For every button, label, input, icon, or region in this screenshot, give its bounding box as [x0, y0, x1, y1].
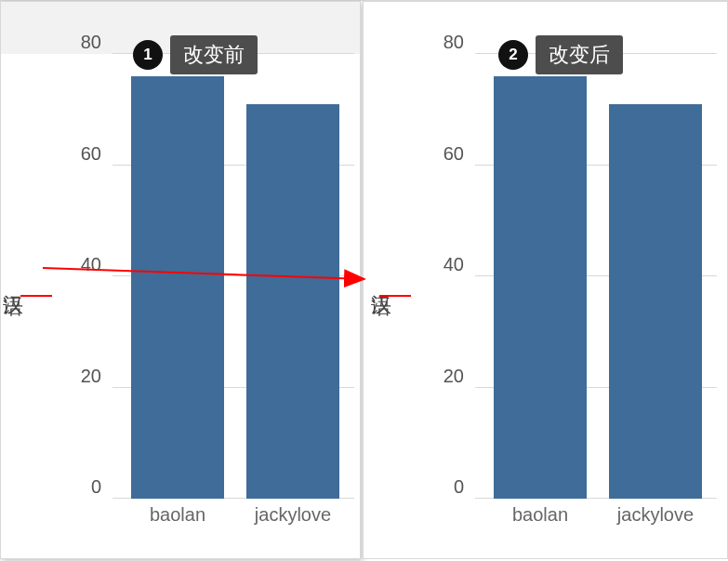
bars	[475, 54, 717, 499]
annotation-badge-after: 2 改变后	[498, 35, 623, 74]
bar-baolan	[131, 76, 224, 499]
bar-jackylove	[609, 104, 702, 499]
badge-number-icon: 1	[133, 40, 163, 70]
y-tick: 0	[91, 476, 101, 498]
red-underline-mark	[20, 295, 52, 297]
chart-panel-before: 汉语 0 20 40 60 80 baolan jackylove	[0, 1, 361, 559]
chart-area-right: 汉语 0 20 40 60 80 baolan jackylove	[364, 2, 727, 558]
y-tick: 40	[443, 254, 464, 275]
y-tick: 40	[81, 254, 101, 275]
y-tick: 80	[443, 32, 464, 53]
y-axis-label-left: 汉语	[0, 278, 27, 282]
badge-number-icon: 2	[498, 40, 528, 70]
y-tick: 60	[443, 142, 464, 164]
y-axis-label-right: 汉语	[367, 278, 395, 282]
bar-jackylove	[246, 104, 339, 499]
chart-area-left: 汉语 0 20 40 60 80 baolan jackylove	[1, 2, 360, 558]
chart-panel-after: 汉语 0 20 40 60 80 baolan jackylove	[363, 1, 728, 559]
x-labels: baolan jackylove	[475, 504, 717, 526]
x-label: baolan	[494, 504, 587, 526]
x-label: baolan	[131, 504, 224, 526]
x-label: jackylove	[609, 504, 702, 526]
y-tick: 20	[443, 365, 464, 386]
y-tick: 60	[81, 142, 101, 164]
badge-label: 改变前	[170, 35, 258, 74]
chart-comparison-container: 汉语 0 20 40 60 80 baolan jackylove	[0, 0, 728, 561]
plot-right: 0 20 40 60 80	[475, 54, 717, 499]
x-label: jackylove	[246, 504, 339, 526]
badge-label: 改变后	[536, 35, 623, 74]
y-tick: 80	[81, 32, 101, 53]
red-underline-mark	[379, 295, 411, 297]
plot-left: 0 20 40 60 80	[113, 54, 354, 499]
y-tick: 20	[81, 365, 101, 386]
bars	[113, 54, 354, 499]
annotation-badge-before: 1 改变前	[133, 35, 258, 74]
bar-baolan	[494, 76, 587, 499]
x-labels: baolan jackylove	[113, 504, 354, 526]
y-tick: 0	[454, 476, 464, 498]
